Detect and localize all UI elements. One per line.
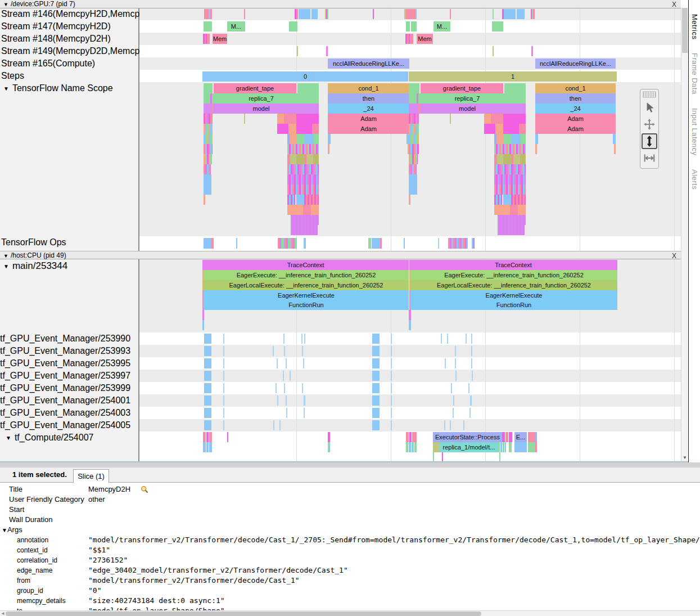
trace-slice[interactable] bbox=[212, 104, 214, 114]
trace-slice[interactable] bbox=[453, 408, 454, 418]
trace-slice[interactable] bbox=[311, 9, 318, 19]
trace-slice[interactable] bbox=[299, 9, 310, 19]
trace-slice[interactable] bbox=[473, 238, 475, 249]
trace-slice[interactable] bbox=[409, 432, 412, 442]
trace-slice[interactable] bbox=[204, 21, 212, 32]
scroll-left-arrow-icon[interactable]: ◄ bbox=[1, 611, 5, 616]
trace-slice[interactable]: ncclAllReduceRingLLKe... bbox=[535, 59, 616, 69]
trace-slice[interactable] bbox=[287, 185, 319, 195]
trace-slice[interactable] bbox=[450, 114, 451, 124]
trace-slice[interactable] bbox=[304, 408, 305, 418]
trace-slice[interactable] bbox=[287, 174, 319, 185]
track-label[interactable]: tf_GPU_Event_Manager/254005 bbox=[0, 420, 138, 430]
trace-slice[interactable] bbox=[472, 371, 473, 381]
trace-slice[interactable] bbox=[286, 408, 287, 418]
trace-slice[interactable] bbox=[204, 238, 211, 249]
trace-slice[interactable] bbox=[535, 144, 537, 154]
trace-slice[interactable] bbox=[302, 346, 303, 356]
trace-slice[interactable]: Mem bbox=[417, 34, 433, 44]
trace-slice[interactable] bbox=[484, 114, 491, 124]
trace-slice[interactable] bbox=[495, 124, 503, 134]
trace-slice[interactable] bbox=[535, 134, 538, 144]
trace-slice[interactable]: replica_7 bbox=[409, 93, 526, 104]
trace-slice[interactable] bbox=[368, 238, 371, 249]
trace-slice[interactable]: E... bbox=[514, 432, 527, 442]
trace-slice[interactable] bbox=[283, 334, 284, 344]
trace-slice[interactable] bbox=[448, 238, 468, 249]
trace-slice[interactable] bbox=[206, 432, 209, 442]
trace-slice[interactable] bbox=[372, 346, 380, 356]
trace-slice[interactable] bbox=[329, 442, 330, 452]
trace-slice[interactable] bbox=[204, 358, 211, 368]
trace-slice[interactable]: gradient_tape bbox=[421, 83, 503, 93]
trace-slice[interactable] bbox=[409, 320, 411, 330]
trace-slice[interactable]: FunctionRun bbox=[410, 300, 617, 310]
trace-slice[interactable] bbox=[204, 9, 209, 19]
trace-slice[interactable] bbox=[204, 134, 213, 144]
trace-slice[interactable] bbox=[304, 334, 305, 344]
trace-slice[interactable] bbox=[409, 144, 419, 154]
trace-slice[interactable] bbox=[306, 154, 313, 164]
trace-slice[interactable] bbox=[211, 238, 214, 249]
trace-slice[interactable] bbox=[613, 134, 616, 144]
trace-slice[interactable] bbox=[493, 9, 494, 19]
trace-slice[interactable] bbox=[301, 334, 302, 344]
track-label[interactable]: tf_GPU_Event_Manager/254003 bbox=[0, 408, 138, 418]
trace-slice[interactable] bbox=[287, 195, 295, 205]
trace-slice[interactable] bbox=[510, 205, 518, 215]
trace-slice[interactable] bbox=[505, 442, 506, 452]
trace-slice[interactable] bbox=[391, 358, 392, 368]
args-section-header[interactable]: ▼Args bbox=[2, 525, 22, 535]
trace-slice[interactable] bbox=[519, 124, 526, 134]
timing-tool-button[interactable] bbox=[642, 150, 657, 166]
trace-slice[interactable]: M... bbox=[227, 21, 245, 32]
trace-slice[interactable] bbox=[409, 83, 419, 93]
trace-slice[interactable] bbox=[277, 124, 288, 134]
track-label[interactable]: Steps bbox=[0, 71, 139, 81]
trace-slice[interactable] bbox=[503, 154, 511, 164]
trace-slice[interactable] bbox=[372, 238, 380, 249]
trace-slice[interactable]: 0 bbox=[202, 71, 408, 82]
trace-slice[interactable] bbox=[391, 420, 392, 430]
trace-slice[interactable] bbox=[380, 238, 382, 249]
track-label[interactable]: tf_GPU_Event_Manager/253993 bbox=[0, 346, 138, 356]
trace-slice[interactable] bbox=[204, 195, 205, 205]
trace-slice[interactable] bbox=[204, 83, 213, 93]
trace-slice[interactable] bbox=[223, 346, 224, 356]
trace-slice[interactable] bbox=[328, 432, 330, 442]
trace-slice[interactable] bbox=[502, 432, 505, 442]
trace-slice[interactable] bbox=[372, 408, 380, 418]
trace-slice[interactable] bbox=[509, 432, 512, 442]
trace-slice[interactable] bbox=[409, 442, 411, 452]
trace-slice[interactable] bbox=[204, 124, 213, 134]
trace-slice[interactable] bbox=[209, 432, 212, 442]
trace-slice[interactable] bbox=[328, 134, 331, 144]
trace-slice[interactable] bbox=[296, 195, 304, 205]
zoom-tool-button[interactable] bbox=[642, 133, 657, 149]
vertical-scrollbar[interactable]: ▼ bbox=[681, 8, 688, 461]
trace-slice[interactable] bbox=[290, 134, 296, 144]
trace-slice[interactable] bbox=[498, 442, 500, 452]
trace-slice[interactable] bbox=[409, 114, 419, 124]
trace-slice[interactable] bbox=[202, 320, 204, 330]
trace-slice[interactable] bbox=[303, 205, 311, 215]
trace-slice[interactable]: _24 bbox=[535, 104, 616, 114]
trace-slice[interactable] bbox=[391, 383, 392, 393]
trace-slice[interactable] bbox=[484, 124, 495, 134]
trace-slice[interactable]: Adam bbox=[535, 124, 616, 134]
collapse-arrow-icon[interactable]: ▼ bbox=[3, 253, 8, 259]
trace-slice[interactable] bbox=[520, 134, 526, 144]
trace-slice[interactable] bbox=[372, 358, 380, 368]
trace-slice[interactable] bbox=[450, 420, 451, 430]
trace-slice[interactable] bbox=[471, 334, 472, 344]
trace-slice[interactable] bbox=[503, 195, 511, 205]
trace-slice[interactable] bbox=[406, 432, 409, 442]
trace-slice[interactable] bbox=[409, 310, 411, 320]
trace-slice[interactable]: then bbox=[535, 93, 616, 104]
trace-slice[interactable] bbox=[438, 238, 439, 249]
track-label[interactable]: tf_GPU_Event_Manager/253997 bbox=[0, 371, 138, 381]
trace-slice[interactable] bbox=[411, 21, 417, 32]
track-label[interactable]: ▼main/253344 bbox=[0, 260, 142, 272]
trace-slice[interactable] bbox=[204, 395, 211, 406]
trace-slice[interactable] bbox=[470, 395, 472, 406]
